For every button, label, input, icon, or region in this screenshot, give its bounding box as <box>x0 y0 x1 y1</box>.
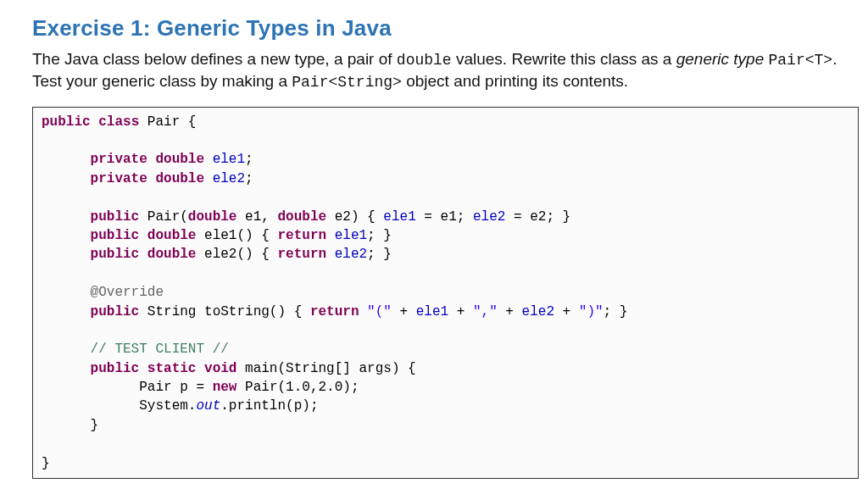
brace: } <box>563 209 571 225</box>
param-e1: e1 <box>441 209 457 225</box>
string-literal: ")" <box>579 304 604 319</box>
class-name: Pair <box>147 114 180 130</box>
kw-return: return <box>310 304 359 319</box>
param-e2: e2 <box>530 209 546 225</box>
println: .println(p) <box>220 398 310 414</box>
brace: { <box>188 114 197 130</box>
paren: ) <box>392 361 400 376</box>
kw-private: private <box>91 152 147 167</box>
annotation-override: @Override <box>91 285 164 300</box>
semi: ; <box>367 247 376 262</box>
type-pair: Pair <box>139 380 171 395</box>
method-ele2: ele2() <box>204 247 253 262</box>
type-string: String <box>147 304 197 319</box>
kw-public: public <box>91 228 140 243</box>
field-ele1: ele1 <box>383 209 415 225</box>
kw-private: private <box>91 171 147 186</box>
kw-return: return <box>277 228 326 243</box>
field-ele1: ele1 <box>335 228 367 243</box>
comment-test-client: // TEST CLIENT // <box>91 342 229 357</box>
kw-double: double <box>147 228 197 243</box>
semi: ; <box>367 228 376 243</box>
code-block-pair-class: public class Pair { private double ele1;… <box>32 107 859 479</box>
kw-new: new <box>213 380 237 395</box>
string-literal: "," <box>473 304 498 319</box>
semi: ; <box>546 209 554 225</box>
kw-void: void <box>204 361 236 376</box>
kw-public: public <box>91 247 140 262</box>
brace: { <box>261 247 270 262</box>
brace: } <box>383 228 392 243</box>
paren: ) <box>351 209 359 225</box>
intro-text: The Java class below defines a new type,… <box>32 50 397 68</box>
eq: = <box>505 209 530 225</box>
field-ele2: ele2 <box>213 171 245 186</box>
brace: { <box>367 209 376 225</box>
field-ele1: ele1 <box>213 152 245 167</box>
brace: { <box>408 361 416 376</box>
plus: + <box>392 304 416 319</box>
exercise-heading: Exercise 1: Generic Types in Java <box>32 15 844 42</box>
field-ele2: ele2 <box>522 304 554 319</box>
kw-double: double <box>155 152 204 167</box>
semi: ; <box>457 209 465 225</box>
kw-public: public <box>42 114 91 130</box>
plus: + <box>554 304 579 319</box>
param-args: args <box>359 361 391 376</box>
kw-static: static <box>147 361 197 376</box>
param-e2: e2 <box>335 209 351 225</box>
brace: { <box>294 304 303 319</box>
comma: , <box>261 209 277 225</box>
inline-code-pair-t: Pair<T> <box>769 52 833 69</box>
inline-code-double: double <box>397 52 452 69</box>
method-ele1: ele1() <box>204 228 253 243</box>
kw-public: public <box>91 209 140 225</box>
field-ele1: ele1 <box>416 304 448 319</box>
plus: + <box>498 304 522 319</box>
brace: } <box>383 247 392 262</box>
kw-double: double <box>155 171 204 186</box>
brace: { <box>261 228 270 243</box>
var-p: p <box>180 380 188 395</box>
kw-class: class <box>98 114 139 130</box>
system: System. <box>139 398 196 414</box>
paren: ( <box>180 209 188 225</box>
field-out: out <box>196 398 220 414</box>
intro-text: object and printing its contents. <box>402 72 628 90</box>
kw-double: double <box>188 209 237 225</box>
plus: + <box>448 304 473 319</box>
semi: ; <box>604 304 612 319</box>
kw-double: double <box>277 209 326 225</box>
semi: ; <box>245 152 253 167</box>
string-literal: "(" <box>367 304 392 319</box>
field-ele2: ele2 <box>335 247 367 262</box>
method-main: main(String[] <box>245 361 359 376</box>
field-ele2: ele2 <box>473 209 505 225</box>
semi: ; <box>351 380 359 395</box>
brace: } <box>91 418 99 433</box>
kw-double: double <box>147 247 197 262</box>
kw-public: public <box>91 304 140 319</box>
eq: = <box>416 209 441 225</box>
ctor-call: Pair(1.0,2.0) <box>245 380 351 395</box>
inline-code-pair-string: Pair<String> <box>292 74 402 91</box>
intro-italic-generic-type: generic type <box>676 50 765 68</box>
kw-public: public <box>91 361 140 376</box>
param-e1: e1 <box>245 209 261 225</box>
eq: = <box>188 380 213 395</box>
intro-text: values. Rewrite this class as a <box>452 50 676 68</box>
kw-return: return <box>277 247 326 262</box>
brace: } <box>620 304 628 319</box>
semi: ; <box>245 171 253 186</box>
exercise-intro: The Java class below defines a new type,… <box>32 48 844 93</box>
method-tostring: toString() <box>204 304 286 319</box>
semi: ; <box>310 398 319 414</box>
ctor-name: Pair <box>147 209 180 225</box>
brace: } <box>42 456 50 471</box>
